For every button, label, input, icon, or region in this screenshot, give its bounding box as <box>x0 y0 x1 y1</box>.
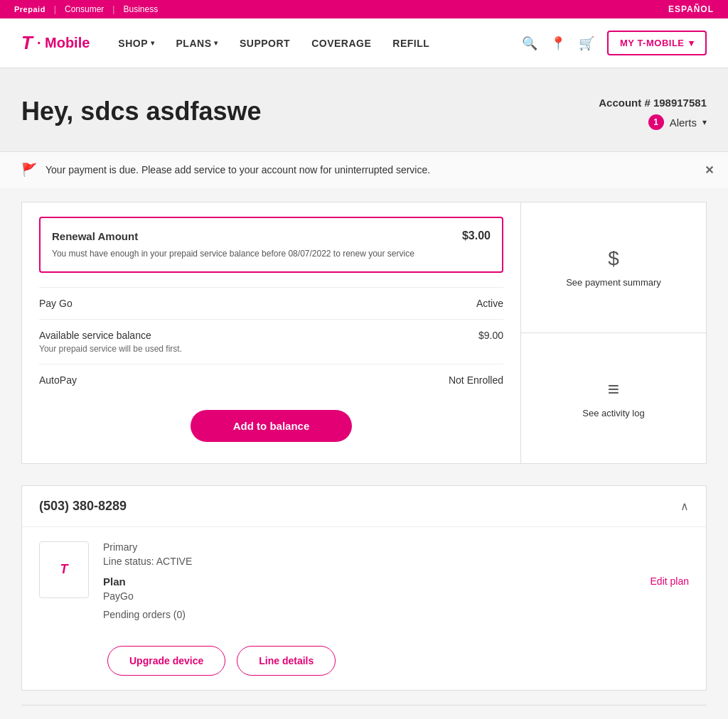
info-grid: Renewal Amount $3.00 You must have enoug… <box>21 202 707 464</box>
plan-name: PayGo <box>103 590 134 602</box>
phone-details: T Primary Line status: ACTIVE Plan PayGo… <box>22 527 706 634</box>
brand-label: Prepaid <box>14 5 46 13</box>
nav-right: 🔍 📍 🛒 MY T-MOBILE ▾ <box>522 31 707 55</box>
line-type: Primary <box>103 541 689 553</box>
sep2: | <box>112 4 114 14</box>
payment-section: Renewal Amount $3.00 You must have enoug… <box>22 202 521 463</box>
pay-go-row: Pay Go Active <box>39 287 503 319</box>
phone-header: (503) 380-8289 ∧ <box>22 486 706 527</box>
renewal-box: Renewal Amount $3.00 You must have enoug… <box>39 217 503 273</box>
my-tmobile-chevron-icon: ▾ <box>689 38 695 48</box>
alerts-label: Alerts <box>670 117 697 129</box>
top-bar: Prepaid | Consumer | Business ESPAÑOL <box>0 0 728 18</box>
search-icon[interactable]: 🔍 <box>522 36 537 51</box>
tmobile-device-logo: T <box>60 562 68 577</box>
edit-plan-link[interactable]: Edit plan <box>651 575 689 587</box>
balance-note: Your prepaid service will be used first. <box>39 344 182 354</box>
renewal-amount: $3.00 <box>462 229 491 242</box>
phone-number: (503) 380-8289 <box>39 499 127 514</box>
renewal-label: Renewal Amount <box>52 230 138 242</box>
balance-row: Available service balance $9.00 Your pre… <box>39 319 503 364</box>
logo-text: · Mobile <box>37 35 90 51</box>
plan-row: Plan PayGo Edit plan <box>103 575 689 602</box>
hero-section: Hey, sdcs asdfaswe Account # 198917581 1… <box>0 68 728 151</box>
my-tmobile-button[interactable]: MY T-MOBILE ▾ <box>607 31 707 55</box>
balance-label: Available service balance <box>39 330 151 341</box>
autopay-value: Not Enrolled <box>449 374 503 386</box>
logo[interactable]: T · Mobile <box>21 32 90 54</box>
balance-value: $9.00 <box>478 330 503 341</box>
nav-refill[interactable]: REFILL <box>392 38 429 49</box>
dollar-icon: $ <box>608 247 619 270</box>
sep1: | <box>54 4 56 14</box>
nav-shop[interactable]: SHOP ▾ <box>118 38 154 49</box>
alerts-dropdown[interactable]: 1 Alerts ▾ <box>599 114 707 130</box>
plans-chevron-icon: ▾ <box>214 39 218 47</box>
pay-go-label: Pay Go <box>39 298 73 309</box>
page-greeting: Hey, sdcs asdfaswe <box>21 97 262 126</box>
shop-chevron-icon: ▾ <box>151 39 155 47</box>
payment-alert-banner: 🚩 Your payment is due. Please add servic… <box>0 151 728 188</box>
nav-items: SHOP ▾ PLANS ▾ SUPPORT COVERAGE REFILL <box>118 38 522 49</box>
pending-orders: Pending orders (0) <box>103 609 689 620</box>
phone-info: Primary Line status: ACTIVE Plan PayGo E… <box>103 541 689 620</box>
line-details-button[interactable]: Line details <box>237 646 336 676</box>
activity-log-label: See activity log <box>582 408 644 418</box>
account-number: Account # 198917581 <box>599 97 707 109</box>
alert-count-badge: 1 <box>648 114 664 130</box>
account-info: Account # 198917581 1 Alerts ▾ <box>599 97 707 130</box>
phone-collapse-icon[interactable]: ∧ <box>680 499 689 513</box>
lang-selector[interactable]: ESPAÑOL <box>668 4 714 14</box>
phone-image: T <box>39 541 89 598</box>
add-to-balance-button[interactable]: Add to balance <box>191 410 353 442</box>
nav-support[interactable]: SUPPORT <box>240 38 290 49</box>
location-icon[interactable]: 📍 <box>550 36 566 51</box>
sidebar-boxes: $ See payment summary ≡ See activity log <box>521 202 706 463</box>
section-divider <box>21 705 707 706</box>
close-alert-button[interactable]: ✕ <box>705 163 714 177</box>
activity-log-box[interactable]: ≡ See activity log <box>521 333 706 463</box>
phone-section: (503) 380-8289 ∧ T Primary Line status: … <box>21 485 707 691</box>
line-status: Line status: ACTIVE <box>103 556 689 567</box>
renewal-amount-row: Renewal Amount $3.00 <box>52 229 491 242</box>
payment-summary-box[interactable]: $ See payment summary <box>521 202 706 333</box>
business-link[interactable]: Business <box>123 4 158 14</box>
flag-icon: 🚩 <box>21 162 37 178</box>
alerts-chevron-icon: ▾ <box>702 117 707 127</box>
plan-label: Plan <box>103 575 134 588</box>
cart-icon[interactable]: 🛒 <box>579 36 594 51</box>
lang-link[interactable]: ESPAÑOL <box>668 4 714 14</box>
alert-message: Your payment is due. Please add service … <box>46 164 430 175</box>
list-icon: ≡ <box>608 378 619 401</box>
main-content: Renewal Amount $3.00 You must have enoug… <box>0 188 728 719</box>
pay-go-value: Active <box>476 298 503 309</box>
phone-actions: Upgrade device Line details <box>22 634 706 690</box>
payment-summary-label: See payment summary <box>566 277 661 288</box>
logo-t: T <box>21 32 33 54</box>
autopay-row: AutoPay Not Enrolled <box>39 364 503 396</box>
nav-coverage[interactable]: COVERAGE <box>311 38 371 49</box>
consumer-link[interactable]: Consumer <box>65 4 104 14</box>
autopay-label: AutoPay <box>39 374 77 386</box>
main-nav: T · Mobile SHOP ▾ PLANS ▾ SUPPORT COVERA… <box>0 18 728 68</box>
upgrade-device-button[interactable]: Upgrade device <box>107 646 225 676</box>
nav-plans[interactable]: PLANS ▾ <box>176 38 218 49</box>
renewal-note: You must have enough in your prepaid ser… <box>52 248 491 260</box>
